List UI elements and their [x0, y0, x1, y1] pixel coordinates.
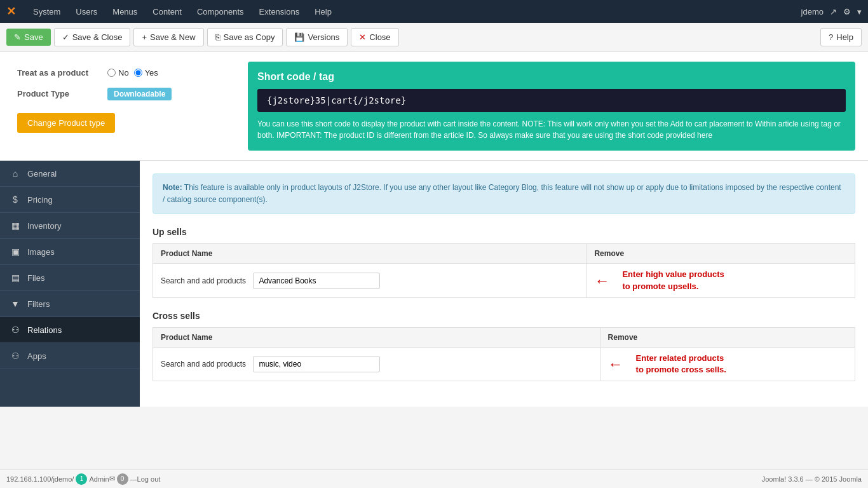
files-icon: ▤	[10, 273, 21, 283]
cross-sells-search-label: Search and add products	[161, 360, 246, 369]
close-icon: ✕	[359, 32, 366, 42]
main-content: ⌂ General $ Pricing ▦ Inventory ▣ Images…	[0, 161, 868, 407]
no-radio-label[interactable]: No	[107, 68, 129, 78]
gear-icon[interactable]: ⚙	[843, 7, 851, 17]
sidebar-label-images: Images	[27, 247, 55, 257]
sidebar-label-inventory: Inventory	[27, 221, 61, 231]
save-copy-button[interactable]: ⎘ Save as Copy	[207, 28, 283, 46]
shortcode-section: Short code / tag {j2store}35|cart{/j2sto…	[248, 62, 855, 151]
relations-icon: ⚇	[10, 325, 21, 335]
versions-button[interactable]: 💾 Versions	[286, 28, 348, 46]
dollar-icon: $	[10, 194, 21, 205]
sidebar-item-relations[interactable]: ⚇ Relations	[0, 317, 140, 343]
images-icon: ▣	[10, 247, 21, 257]
copy-icon: ⎘	[215, 32, 220, 42]
sidebar-item-inventory[interactable]: ▦ Inventory	[0, 213, 140, 239]
sidebar-item-general[interactable]: ⌂ General	[0, 161, 140, 187]
upsells-arrow-icon: ←	[594, 272, 609, 290]
shortcode-description: You can use this short code to display t…	[257, 118, 846, 141]
sidebar-label-relations: Relations	[27, 325, 62, 335]
cross-sells-search-input[interactable]	[253, 356, 380, 372]
upsells-search-input[interactable]	[253, 273, 380, 289]
note-box: Note: This feature is available only in …	[153, 173, 855, 214]
main-panel: Note: This feature is available only in …	[140, 161, 868, 407]
toolbar: ✎ Save ✓ Save & Close + Save & New ⎘ Sav…	[0, 23, 868, 52]
close-button[interactable]: ✕ Close	[351, 28, 398, 46]
product-meta-table: Treat as a product No Yes Pr	[13, 62, 235, 139]
product-meta: Treat as a product No Yes Pr	[13, 62, 235, 151]
external-link-icon: ↗	[830, 7, 837, 17]
filters-icon: ▼	[10, 299, 21, 309]
apps-icon: ⚇	[10, 351, 21, 361]
help-icon: ?	[829, 32, 833, 42]
upsells-annotation: Enter high value products to promote ups…	[622, 269, 724, 292]
upsells-col-product-name: Product Name	[153, 244, 587, 264]
user-area: jdemo ↗ ⚙ ▾	[801, 7, 862, 17]
sidebar: ⌂ General $ Pricing ▦ Inventory ▣ Images…	[0, 161, 140, 407]
cross-sells-arrow-icon: ←	[608, 355, 623, 373]
upsells-title: Up sells	[153, 227, 855, 237]
note-body: This feature is available only in produc…	[163, 183, 841, 204]
versions-icon: 💾	[294, 32, 304, 42]
joomla-logo: ✕	[6, 4, 16, 18]
no-radio[interactable]	[107, 69, 116, 77]
sidebar-label-apps: Apps	[27, 351, 46, 361]
shortcode-value: {j2store}35|cart{/j2store}	[257, 89, 846, 112]
treat-radio-group: No Yes	[107, 68, 231, 78]
change-product-type-button[interactable]: Change Product type	[17, 113, 115, 133]
upsells-search-row: Search and add products ← Enter high val…	[153, 264, 855, 297]
yes-radio-label[interactable]: Yes	[134, 68, 158, 78]
nav-users[interactable]: Users	[68, 0, 105, 23]
yes-radio[interactable]	[134, 69, 142, 77]
cross-sells-annotation: Enter related products to promote cross …	[636, 353, 726, 376]
sidebar-label-files: Files	[27, 273, 44, 283]
product-type-label: Product Type	[14, 84, 103, 104]
product-type-badge: Downloadable	[107, 88, 172, 100]
nav-content[interactable]: Content	[145, 0, 189, 23]
note-label: Note:	[163, 183, 182, 192]
cross-sells-title: Cross sells	[153, 311, 855, 321]
nav-system[interactable]: System	[25, 0, 68, 23]
home-icon: ⌂	[10, 168, 21, 179]
cross-sells-col-product-name: Product Name	[153, 327, 600, 347]
nav-extensions[interactable]: Extensions	[252, 0, 308, 23]
save-new-button[interactable]: + Save & New	[133, 28, 203, 46]
treat-label: Treat as a product	[14, 63, 103, 83]
sidebar-item-apps[interactable]: ⚇ Apps	[0, 343, 140, 369]
upsells-search-label: Search and add products	[161, 276, 246, 285]
inventory-icon: ▦	[10, 220, 21, 231]
nav-help[interactable]: Help	[307, 0, 339, 23]
sidebar-item-pricing[interactable]: $ Pricing	[0, 187, 140, 213]
sidebar-item-filters[interactable]: ▼ Filters	[0, 291, 140, 317]
save-icon: ✎	[14, 32, 21, 42]
user-link[interactable]: jdemo	[801, 7, 824, 17]
save-close-button[interactable]: ✓ Save & Close	[54, 28, 131, 46]
sidebar-label-general: General	[27, 169, 57, 179]
dropdown-icon[interactable]: ▾	[857, 7, 862, 17]
help-button[interactable]: ? Help	[820, 28, 862, 46]
cross-sells-col-remove: Remove	[600, 327, 855, 347]
cross-sells-table: Product Name Remove Search and add produ…	[153, 327, 855, 381]
sidebar-item-files[interactable]: ▤ Files	[0, 265, 140, 291]
top-section: Treat as a product No Yes Pr	[0, 52, 868, 161]
top-navigation: ✕ System Users Menus Content Components …	[0, 0, 868, 23]
nav-components[interactable]: Components	[189, 0, 252, 23]
check-icon: ✓	[62, 32, 69, 42]
save-button[interactable]: ✎ Save	[6, 29, 51, 46]
nav-menu: System Users Menus Content Components Ex…	[25, 0, 339, 23]
sidebar-label-filters: Filters	[27, 299, 50, 309]
upsells-table: Product Name Remove Search and add produ…	[153, 243, 855, 297]
nav-menus[interactable]: Menus	[105, 0, 145, 23]
plus-icon: +	[142, 32, 147, 42]
sidebar-label-pricing: Pricing	[27, 195, 53, 205]
cross-sells-search-row: Search and add products ← Enter related …	[153, 347, 855, 381]
sidebar-item-images[interactable]: ▣ Images	[0, 239, 140, 265]
shortcode-title: Short code / tag	[257, 71, 846, 83]
upsells-col-remove: Remove	[587, 244, 855, 264]
